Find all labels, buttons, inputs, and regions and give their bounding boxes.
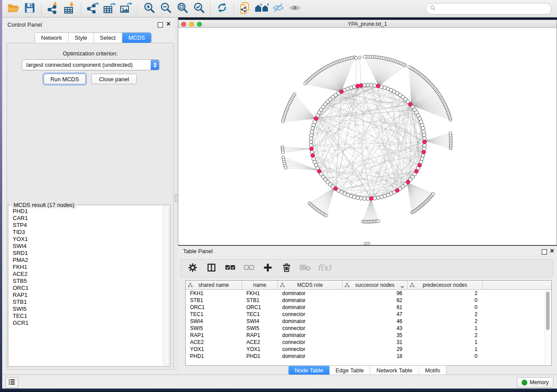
ring-node[interactable]	[366, 83, 370, 87]
ring-node[interactable]	[309, 140, 313, 144]
search-input[interactable]	[439, 5, 548, 13]
column-header-shared-name[interactable]: shared name	[186, 281, 242, 289]
table-tab-motifs[interactable]: Motifs	[419, 366, 446, 375]
ring-node[interactable]	[420, 123, 424, 127]
zoom-fit-button[interactable]	[175, 2, 190, 16]
ring-node[interactable]	[309, 144, 313, 147]
table-row[interactable]: SWI5SWI5connector431	[186, 325, 551, 332]
run-mcds-button[interactable]: Run MCDS	[44, 74, 86, 84]
float-table-panel-button[interactable]	[542, 249, 547, 254]
delete-column-button[interactable]	[281, 263, 292, 274]
ring-node[interactable]	[422, 133, 426, 137]
export-network-button[interactable]	[85, 2, 100, 16]
ring-node[interactable]	[376, 196, 380, 199]
table-scrollbar-thumb[interactable]	[546, 292, 550, 330]
ring-node[interactable]	[311, 127, 315, 130]
table-row[interactable]: STB1STB1dominator620	[186, 297, 551, 304]
zoom-in-button[interactable]	[142, 2, 156, 16]
add-column-button[interactable]	[262, 263, 273, 274]
import-network-button[interactable]	[45, 2, 60, 16]
mcds-hub-node[interactable]	[369, 196, 373, 200]
leaf-node[interactable]	[408, 65, 411, 69]
mcds-hub-node[interactable]	[423, 140, 427, 144]
open-file-button[interactable]	[6, 2, 21, 16]
ring-node[interactable]	[421, 127, 425, 130]
leaf-node[interactable]	[325, 214, 328, 217]
leaf-node[interactable]	[281, 151, 284, 154]
criterion-dropdown[interactable]: largest connected component (undirected)	[22, 59, 159, 70]
ring-node[interactable]	[310, 130, 314, 133]
table-row[interactable]: PHD1PHD1dominator180	[186, 353, 551, 360]
mcds-result-item[interactable]: CAR1	[13, 215, 163, 222]
table-row[interactable]: SWI4SWI4dominator462	[186, 318, 551, 325]
mcds-result-item[interactable]: STP4	[13, 222, 163, 229]
table-row[interactable]: ACE2ACE2connector311	[186, 339, 551, 346]
mcds-result-item[interactable]: PHD1	[13, 208, 163, 215]
mcds-hub-node[interactable]	[408, 102, 412, 106]
mcds-result-item[interactable]: RAP1	[13, 292, 163, 299]
hide-selected-button[interactable]	[271, 2, 286, 16]
mcds-hub-node[interactable]	[418, 163, 422, 167]
mcds-list-scrollbar[interactable]	[163, 206, 169, 365]
leaf-node[interactable]	[304, 82, 307, 85]
panel-menu-button[interactable]	[5, 377, 18, 388]
select-all-button[interactable]	[225, 263, 236, 274]
mcds-hub-node[interactable]	[422, 150, 426, 154]
mcds-hub-node[interactable]	[311, 154, 315, 158]
split-panel-button[interactable]	[206, 263, 217, 274]
mcds-hub-node[interactable]	[395, 189, 399, 193]
table-scrollbar[interactable]	[545, 290, 551, 365]
leaf-node[interactable]	[355, 56, 358, 59]
mcds-result-item[interactable]: STB5	[13, 278, 163, 285]
export-image-button[interactable]	[118, 2, 133, 16]
ring-node[interactable]	[349, 86, 353, 89]
leaf-node[interactable]	[358, 56, 361, 59]
search-field[interactable]	[426, 3, 552, 14]
mcds-hub-node[interactable]	[359, 83, 363, 87]
leaf-node[interactable]	[449, 132, 452, 135]
column-header-MCDS-role[interactable]: MCDS role	[278, 281, 343, 289]
leaf-node[interactable]	[377, 220, 380, 223]
table-tab-node-table[interactable]: Node Table	[288, 366, 329, 375]
mcds-result-item[interactable]: PMA2	[13, 257, 163, 264]
network-window-titlebar[interactable]: YPA_prune.txt_1	[178, 20, 557, 28]
tab-network[interactable]: Network	[35, 33, 69, 43]
ring-node[interactable]	[309, 137, 313, 140]
leaf-node[interactable]	[363, 55, 367, 58]
table-tab-edge-table[interactable]: Edge Table	[329, 366, 370, 375]
ring-node[interactable]	[380, 195, 383, 199]
ring-node[interactable]	[422, 130, 426, 133]
ring-node[interactable]	[370, 83, 373, 87]
close-panel-button[interactable]: Close panel	[91, 74, 137, 84]
tab-style[interactable]: Style	[69, 33, 94, 43]
network-splitter-grip[interactable]	[364, 242, 370, 245]
save-session-button[interactable]	[22, 2, 37, 16]
mcds-hub-node[interactable]	[309, 147, 313, 151]
memory-button[interactable]: Memory	[517, 377, 554, 388]
show-all-button[interactable]	[287, 2, 302, 16]
settings-button[interactable]	[187, 263, 198, 274]
table-row[interactable]: ORC1ORC1dominator610	[186, 304, 551, 311]
column-header-successor-nodes[interactable]: successor nodes	[343, 281, 408, 289]
table-row[interactable]: TEC1TEC1connector472	[186, 311, 551, 318]
table-tab-network-table[interactable]: Network Table	[370, 366, 419, 375]
network-canvas[interactable]	[178, 28, 557, 245]
ring-node[interactable]	[356, 196, 359, 199]
mcds-result-item[interactable]: SWI4	[13, 243, 163, 250]
ring-node[interactable]	[373, 196, 377, 200]
table-row[interactable]: FKH1FKH1dominator962	[186, 290, 551, 297]
mcds-hub-node[interactable]	[339, 89, 343, 93]
first-neighbors-button[interactable]	[254, 2, 269, 16]
import-table-button[interactable]	[62, 2, 77, 16]
ring-node[interactable]	[363, 197, 366, 200]
mcds-hub-node[interactable]	[317, 169, 321, 173]
mcds-hub-node[interactable]	[406, 180, 410, 184]
leaf-node[interactable]	[281, 120, 284, 123]
close-panel-icon[interactable]: ×	[166, 21, 170, 27]
mcds-result-item[interactable]: SWI5	[13, 306, 163, 313]
ring-node[interactable]	[353, 195, 356, 199]
mcds-result-item[interactable]: STB1	[13, 299, 163, 306]
leaf-node[interactable]	[284, 166, 287, 169]
table-row[interactable]: YOX1YOX1connector291	[186, 346, 551, 353]
mcds-hub-node[interactable]	[376, 84, 380, 88]
